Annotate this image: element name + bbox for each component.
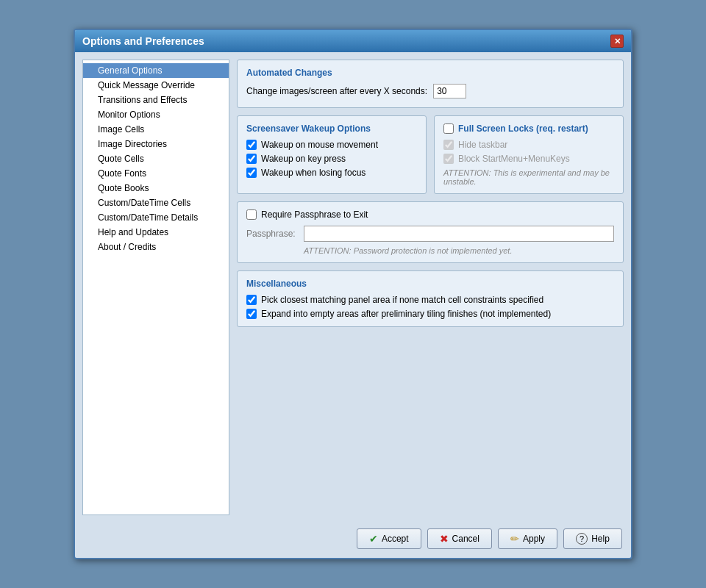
screensaver-title: Screensaver Wakeup Options (246, 123, 417, 134)
fullscreen-label-2: Block StartMenu+MenuKeys (458, 154, 570, 164)
fullscreen-title: Full Screen Locks (req. restart) (458, 123, 588, 134)
fullscreen-label-1: Hide taskbar (458, 140, 507, 150)
fullscreen-main-checkbox[interactable] (443, 123, 454, 134)
screensaver-checkbox-1[interactable] (246, 140, 257, 150)
accept-label: Accept (382, 534, 409, 544)
sidebar-item-1[interactable]: Quick Message Override (83, 78, 229, 93)
sidebar-item-9[interactable]: Custom/DateTime Cells (83, 196, 229, 210)
close-button[interactable]: ✕ (610, 35, 624, 48)
apply-label: Apply (523, 534, 545, 544)
fullscreen-checkbox-2[interactable] (443, 154, 454, 164)
sidebar-item-10[interactable]: Custom/DateTime Details (83, 210, 229, 225)
fullscreen-option-1: Hide taskbar (443, 140, 614, 150)
passphrase-section: Require Passphrase to Exit Passphrase: A… (237, 201, 624, 263)
sidebar-item-5[interactable]: Image Directories (83, 137, 229, 151)
fullscreen-section: Full Screen Locks (req. restart) Hide ta… (434, 115, 624, 194)
sidebar-item-11[interactable]: Help and Updates (83, 225, 229, 240)
screensaver-label-3: Wakeup when losing focus (261, 168, 366, 178)
passphrase-attention: ATTENTION: Password protection is not im… (304, 246, 614, 255)
screensaver-option-3: Wakeup when losing focus (246, 168, 417, 178)
fullscreen-header-row: Full Screen Locks (req. restart) (443, 123, 614, 134)
fullscreen-attention: ATTENTION: This is experimental and may … (443, 168, 614, 186)
screensaver-checkbox-2[interactable] (246, 154, 257, 164)
screensaver-option-2: Wakeup on key press (246, 154, 417, 164)
accept-button[interactable]: ✔ Accept (357, 528, 421, 549)
screensaver-fullscreen-row: Screensaver Wakeup Options Wakeup on mou… (237, 115, 624, 194)
titlebar: Options and Preferences ✕ (75, 30, 631, 52)
options-dialog: Options and Preferences ✕ General Option… (74, 29, 632, 559)
dialog-title: Options and Preferences (82, 35, 204, 47)
screensaver-checkbox-3[interactable] (246, 168, 257, 178)
automated-changes-input[interactable] (433, 84, 466, 98)
accept-icon: ✔ (369, 533, 378, 545)
sidebar-item-2[interactable]: Transitions and Effects (83, 93, 229, 107)
main-content: Automated Changes Change images/screen a… (237, 60, 624, 515)
automated-changes-label: Change images/screen after every X secon… (246, 86, 427, 96)
dialog-body: General OptionsQuick Message OverrideTra… (75, 52, 631, 523)
misc-checkbox-1[interactable] (246, 295, 257, 305)
sidebar-item-8[interactable]: Quote Books (83, 181, 229, 196)
sidebar: General OptionsQuick Message OverrideTra… (82, 60, 229, 515)
sidebar-item-7[interactable]: Quote Fonts (83, 166, 229, 181)
automated-changes-row: Change images/screen after every X secon… (246, 84, 614, 98)
passphrase-header-label: Require Passphrase to Exit (261, 209, 368, 220)
help-icon: ? (576, 533, 588, 545)
miscellaneous-section: Miscellaneous Pick closest matching pane… (237, 270, 624, 327)
footer: ✔ Accept ✖ Cancel ✏ Apply ? Help (75, 523, 631, 558)
help-button[interactable]: ? Help (563, 528, 622, 549)
passphrase-header: Require Passphrase to Exit (246, 209, 614, 220)
screensaver-section: Screensaver Wakeup Options Wakeup on mou… (237, 115, 427, 194)
screensaver-label-1: Wakeup on mouse movement (261, 140, 378, 150)
sidebar-item-3[interactable]: Monitor Options (83, 107, 229, 122)
screensaver-option-1: Wakeup on mouse movement (246, 140, 417, 150)
passphrase-field-label: Passphrase: (246, 229, 298, 239)
apply-icon: ✏ (510, 533, 519, 545)
cancel-icon: ✖ (440, 533, 449, 545)
passphrase-input[interactable] (304, 226, 614, 242)
automated-changes-section: Automated Changes Change images/screen a… (237, 60, 624, 108)
misc-label-2: Expand into empty areas after preliminar… (261, 309, 551, 319)
sidebar-item-6[interactable]: Quote Cells (83, 151, 229, 166)
fullscreen-option-2: Block StartMenu+MenuKeys (443, 154, 614, 164)
misc-option-2: Expand into empty areas after preliminar… (246, 309, 614, 319)
automated-changes-title: Automated Changes (246, 68, 614, 78)
miscellaneous-title: Miscellaneous (246, 279, 614, 289)
passphrase-checkbox[interactable] (246, 209, 257, 220)
sidebar-item-12[interactable]: About / Credits (83, 240, 229, 254)
fullscreen-checkbox-1[interactable] (443, 140, 454, 150)
misc-option-1: Pick closest matching panel area if none… (246, 295, 614, 305)
misc-label-1: Pick closest matching panel area if none… (261, 295, 543, 305)
help-label: Help (591, 534, 610, 544)
sidebar-item-4[interactable]: Image Cells (83, 122, 229, 137)
sidebar-item-0[interactable]: General Options (83, 63, 229, 78)
misc-checkbox-2[interactable] (246, 309, 257, 319)
apply-button[interactable]: ✏ Apply (498, 528, 557, 549)
fullscreen-sub-options: Hide taskbar Block StartMenu+MenuKeys (443, 140, 614, 164)
cancel-button[interactable]: ✖ Cancel (427, 528, 492, 549)
screensaver-label-2: Wakeup on key press (261, 154, 346, 164)
passphrase-row: Passphrase: (246, 226, 614, 242)
cancel-label: Cancel (452, 534, 479, 544)
